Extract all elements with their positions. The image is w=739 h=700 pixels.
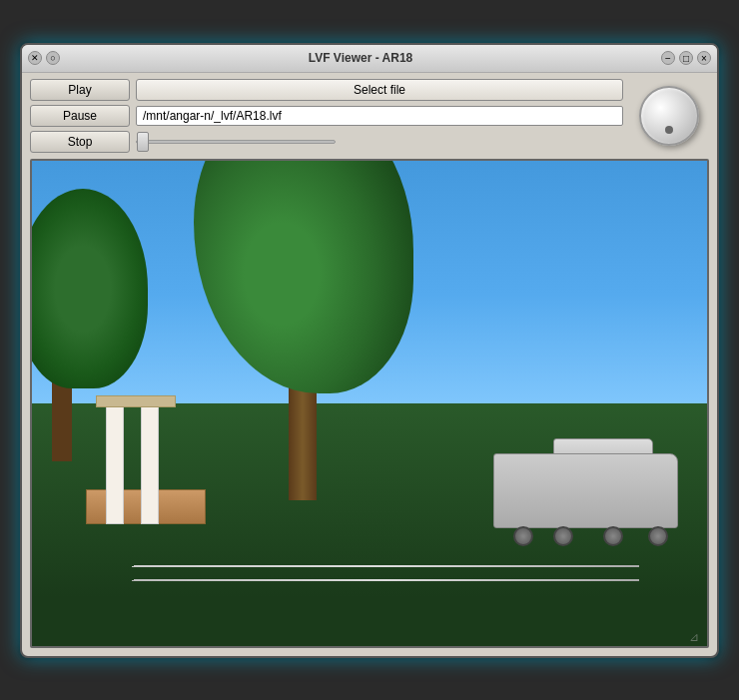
resize-handle[interactable]	[689, 629, 703, 643]
train-body-main	[493, 453, 678, 528]
train-wheel-4	[648, 526, 668, 546]
train-wheel-3	[603, 526, 623, 546]
volume-knob[interactable]	[639, 86, 699, 146]
pause-button[interactable]: Pause	[30, 105, 130, 127]
toolbar: Play Select file Pause Stop	[22, 73, 717, 159]
maximize-button[interactable]: □	[679, 51, 693, 65]
3d-scene	[32, 161, 707, 646]
window-icon-btn2[interactable]: ○	[46, 51, 60, 65]
train	[493, 438, 693, 548]
rail-left	[132, 564, 640, 567]
play-button[interactable]: Play	[30, 79, 130, 101]
knob-indicator	[665, 126, 673, 134]
train-wheel-1	[513, 526, 533, 546]
minimize-button[interactable]: −	[661, 51, 675, 65]
main-window: ✕ ○ LVF Viewer - AR18 − □ × Play Select …	[20, 43, 719, 658]
structure-post-left	[106, 404, 124, 524]
structure-crossbar	[96, 395, 176, 407]
viewport	[30, 159, 709, 648]
close-button[interactable]: ×	[697, 51, 711, 65]
titlebar: ✕ ○ LVF Viewer - AR18 − □ ×	[22, 45, 717, 73]
titlebar-left-controls: ✕ ○	[28, 51, 60, 65]
window-icon-btn[interactable]: ✕	[28, 51, 42, 65]
playback-slider[interactable]	[136, 140, 336, 144]
slider-container	[136, 140, 623, 144]
stop-button[interactable]: Stop	[30, 131, 130, 153]
structure-post-right	[141, 404, 159, 524]
file-path-input[interactable]	[136, 106, 623, 126]
titlebar-right-controls: − □ ×	[661, 51, 711, 65]
select-file-button[interactable]: Select file	[136, 79, 623, 101]
volume-knob-container	[629, 86, 709, 146]
rail-right	[132, 579, 640, 582]
window-title: LVF Viewer - AR18	[60, 51, 661, 65]
train-wheel-2	[553, 526, 573, 546]
